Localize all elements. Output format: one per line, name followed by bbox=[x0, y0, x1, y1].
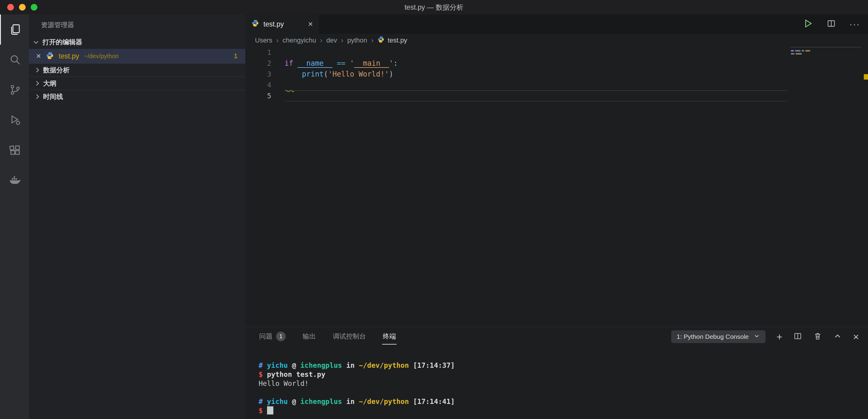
code-line[interactable]: 5 bbox=[245, 90, 868, 101]
chevron-right-icon bbox=[34, 94, 39, 99]
chevron-right-icon bbox=[34, 68, 39, 73]
chevron-down-icon bbox=[34, 39, 38, 44]
panel-tab-problems-label: 问题 bbox=[259, 332, 273, 341]
minimap-line bbox=[791, 50, 810, 52]
code-line[interactable]: 1 bbox=[245, 47, 868, 58]
run-debug-icon bbox=[9, 114, 22, 126]
breadcrumb-separator: › bbox=[320, 36, 322, 44]
panel-tab-debug-console-label: 调试控制台 bbox=[333, 332, 366, 341]
explorer-icon bbox=[9, 23, 22, 36]
close-icon[interactable]: × bbox=[36, 52, 41, 60]
zoom-window-button[interactable] bbox=[31, 4, 37, 10]
editor-actions: ··· bbox=[803, 14, 860, 34]
section-timeline[interactable]: 时间线 bbox=[29, 90, 245, 103]
new-terminal-button[interactable]: + bbox=[776, 332, 782, 342]
vscode-window: test.py — 数据分析 bbox=[0, 0, 868, 419]
docker-whale-icon bbox=[8, 174, 22, 187]
bottom-panel: 问题 1 输出 调试控制台 终端 1: Python Debug Con bbox=[245, 327, 868, 419]
terminal-select-value: 1: Python Debug Console bbox=[677, 333, 749, 340]
line-number: 4 bbox=[245, 81, 284, 89]
section-outline-label: 大纲 bbox=[43, 79, 56, 88]
panel-tabbar: 问题 1 输出 调试控制台 终端 1: Python Debug Con bbox=[245, 327, 868, 346]
section-outline[interactable]: 大纲 bbox=[29, 77, 245, 90]
minimap-line bbox=[791, 53, 802, 55]
source-control-icon bbox=[9, 84, 22, 96]
section-timeline-label: 时间线 bbox=[43, 92, 63, 101]
breadcrumb-item[interactable]: dev bbox=[327, 36, 337, 44]
overview-ruler-warning-marker bbox=[864, 74, 868, 80]
terminal-line: Hello World! bbox=[258, 379, 868, 388]
panel-controls: 1: Python Debug Console + bbox=[671, 327, 859, 346]
line-number: 2 bbox=[245, 59, 284, 67]
breadcrumb-item[interactable]: chengyichu bbox=[282, 36, 316, 44]
panel-tab-output[interactable]: 输出 bbox=[302, 329, 316, 345]
section-workspace-label: 数据分析 bbox=[43, 66, 70, 75]
section-open-editors[interactable]: 打开的编辑器 bbox=[29, 36, 245, 49]
terminal-cursor bbox=[267, 406, 273, 415]
line-number: 1 bbox=[245, 49, 284, 56]
search-icon bbox=[9, 53, 22, 66]
terminal-line bbox=[258, 388, 868, 397]
terminal-line: # yichu @ ichengplus in ~/dev/python [17… bbox=[258, 361, 868, 370]
chevron-right-icon bbox=[34, 81, 39, 86]
activity-search[interactable] bbox=[0, 44, 29, 75]
terminal-line: $ bbox=[258, 406, 868, 415]
minimap[interactable] bbox=[790, 47, 861, 86]
line-number: 3 bbox=[245, 70, 284, 78]
breadcrumb-item[interactable]: Users bbox=[255, 36, 272, 44]
python-file-icon bbox=[251, 19, 259, 29]
code-line[interactable]: 3 print('Hello World!') bbox=[245, 69, 868, 80]
tab-close-icon[interactable]: × bbox=[308, 20, 313, 28]
activity-bar bbox=[0, 14, 29, 419]
panel-tab-terminal-label: 终端 bbox=[383, 332, 396, 341]
line-number: 5 bbox=[245, 92, 284, 100]
breadcrumb: Users › chengyichu › dev › python › test… bbox=[245, 34, 868, 47]
activity-source-control[interactable] bbox=[0, 75, 29, 105]
section-workspace[interactable]: 数据分析 bbox=[29, 63, 245, 77]
activity-extensions[interactable] bbox=[0, 135, 29, 165]
traffic-lights bbox=[7, 4, 37, 10]
breadcrumb-item[interactable]: python bbox=[347, 36, 367, 44]
section-open-editors-label: 打开的编辑器 bbox=[42, 38, 82, 47]
tab-label: test.py bbox=[264, 20, 284, 28]
split-editor-button[interactable] bbox=[827, 19, 836, 30]
problems-count-badge: 1 bbox=[276, 332, 286, 341]
minimize-window-button[interactable] bbox=[19, 4, 26, 10]
panel-tab-debug-console[interactable]: 调试控制台 bbox=[332, 329, 367, 345]
close-panel-button[interactable]: × bbox=[853, 332, 859, 342]
window-title: test.py — 数据分析 bbox=[0, 3, 868, 12]
editor-tabbar: test.py × ··· bbox=[245, 14, 868, 34]
problem-count-badge: 1 bbox=[234, 52, 238, 60]
tab-testpy[interactable]: test.py × bbox=[245, 14, 319, 34]
open-editor-item-testpy[interactable]: × test.py ~/dev/python 1 bbox=[29, 49, 245, 63]
code-line[interactable]: 2if __name__ == '__main__': bbox=[245, 58, 868, 69]
explorer-sidebar: 资源管理器 打开的编辑器 × test.py ~/dev/python bbox=[29, 14, 245, 419]
code-line-text: if __name__ == '__main__': bbox=[284, 59, 398, 67]
code-editor[interactable]: 12if __name__ == '__main__':3 print('Hel… bbox=[245, 47, 868, 327]
breadcrumb-file-label: test.py bbox=[388, 36, 407, 44]
maximize-panel-button[interactable] bbox=[833, 332, 842, 342]
breadcrumb-separator: › bbox=[341, 36, 343, 44]
panel-tab-output-label: 输出 bbox=[303, 332, 316, 341]
code-line-text: print('Hello World!') bbox=[284, 70, 393, 79]
open-editor-file-name: test.py bbox=[59, 52, 79, 60]
breadcrumb-file[interactable]: test.py bbox=[377, 36, 407, 45]
close-window-button[interactable] bbox=[7, 4, 14, 10]
split-terminal-button[interactable] bbox=[793, 332, 802, 342]
terminal-select-dropdown[interactable]: 1: Python Debug Console bbox=[671, 330, 766, 343]
editor-group: test.py × ··· bbox=[245, 14, 868, 419]
activity-explorer[interactable] bbox=[0, 14, 29, 44]
chevron-down-icon bbox=[753, 333, 760, 341]
activity-docker[interactable] bbox=[0, 165, 29, 195]
code-line[interactable]: 4 bbox=[245, 80, 868, 90]
more-actions-button[interactable]: ··· bbox=[849, 19, 860, 29]
terminal-line: # yichu @ ichengplus in ~/dev/python [17… bbox=[258, 397, 868, 406]
activity-run-debug[interactable] bbox=[0, 105, 29, 135]
python-file-icon bbox=[377, 36, 384, 45]
panel-tab-problems[interactable]: 问题 1 bbox=[258, 329, 286, 345]
terminal-output[interactable]: # yichu @ ichengplus in ~/dev/python [17… bbox=[245, 346, 868, 419]
panel-tab-terminal[interactable]: 终端 bbox=[382, 329, 397, 345]
kill-terminal-button[interactable] bbox=[813, 332, 822, 342]
run-file-button[interactable] bbox=[803, 19, 813, 30]
breadcrumb-separator: › bbox=[371, 36, 373, 44]
